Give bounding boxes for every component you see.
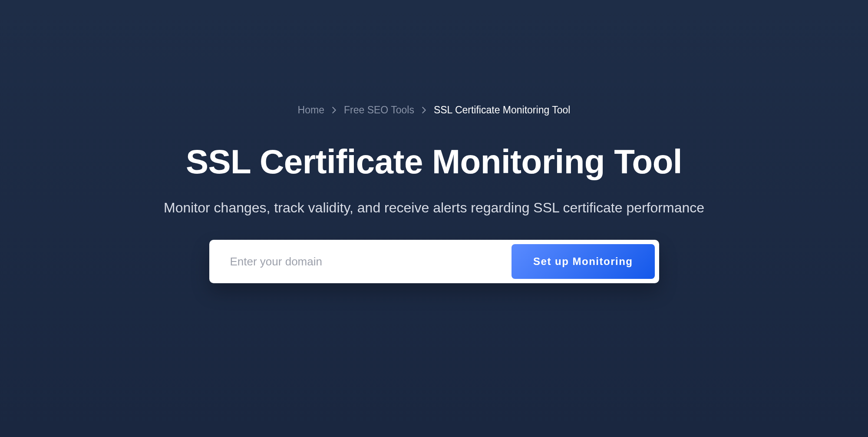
setup-monitoring-button[interactable]: Set up Monitoring bbox=[512, 244, 654, 279]
breadcrumb-tools-link[interactable]: Free SEO Tools bbox=[344, 104, 414, 116]
breadcrumb: Home Free SEO Tools SSL Certificate Moni… bbox=[298, 104, 571, 116]
breadcrumb-current: SSL Certificate Monitoring Tool bbox=[434, 104, 571, 116]
page-subtitle: Monitor changes, track validity, and rec… bbox=[164, 200, 704, 216]
domain-input[interactable] bbox=[214, 244, 512, 279]
breadcrumb-home-link[interactable]: Home bbox=[298, 104, 324, 116]
page-title: SSL Certificate Monitoring Tool bbox=[186, 142, 682, 182]
chevron-right-icon bbox=[422, 107, 426, 113]
chevron-right-icon bbox=[332, 107, 336, 113]
domain-search-form: Set up Monitoring bbox=[209, 240, 659, 283]
